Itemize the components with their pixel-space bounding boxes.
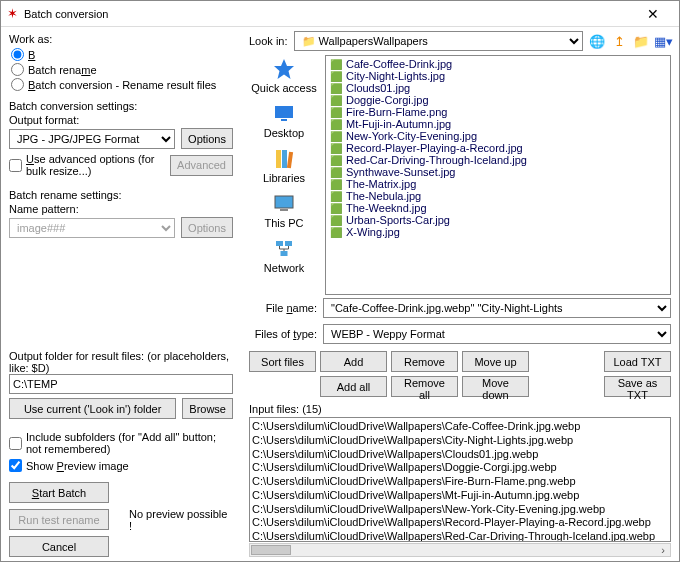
remove-button[interactable]: Remove <box>391 351 458 372</box>
svg-rect-8 <box>276 241 283 246</box>
horizontal-scrollbar[interactable]: ‹› <box>249 543 671 557</box>
close-icon[interactable]: ✕ <box>633 6 673 22</box>
file-name: X-Wing.jpg <box>346 226 400 238</box>
file-item[interactable]: 🟩Urban-Sports-Car.jpg <box>328 214 668 226</box>
image-file-icon: 🟩 <box>330 119 342 130</box>
file-name: Clouds01.jpg <box>346 82 410 94</box>
file-name: Urban-Sports-Car.jpg <box>346 214 450 226</box>
file-name: New-York-City-Evening.jpg <box>346 130 477 142</box>
input-file-path[interactable]: C:\Users\dilum\iCloudDrive\Wallpapers\Cl… <box>252 448 668 462</box>
cancel-button[interactable]: Cancel <box>9 536 109 557</box>
place-desktop[interactable]: Desktop <box>264 102 304 139</box>
file-name: City-Night-Lights.jpg <box>346 70 445 82</box>
input-file-path[interactable]: C:\Users\dilum\iCloudDrive\Wallpapers\Ca… <box>252 420 668 434</box>
run-test-button[interactable]: Run test rename <box>9 509 109 530</box>
bcs-options-button[interactable]: Options <box>181 128 233 149</box>
radio-batch-conv-rename[interactable] <box>11 78 24 91</box>
input-file-path[interactable]: C:\Users\dilum\iCloudDrive\Wallpapers\Fi… <box>252 475 668 489</box>
image-file-icon: 🟩 <box>330 143 342 154</box>
image-file-icon: 🟩 <box>330 107 342 118</box>
up-icon[interactable]: ↥ <box>611 33 627 49</box>
file-item[interactable]: 🟩The-Nebula.jpg <box>328 190 668 202</box>
place-this-pc[interactable]: This PC <box>264 192 303 229</box>
radio-label: Batch rename <box>28 64 97 76</box>
file-list[interactable]: 🟩Cafe-Coffee-Drink.jpg🟩City-Night-Lights… <box>325 55 671 295</box>
file-item[interactable]: 🟩Red-Car-Driving-Through-Iceland.jpg <box>328 154 668 166</box>
file-item[interactable]: 🟩The-Matrix.jpg <box>328 178 668 190</box>
lookin-select[interactable]: 📁 WallpapersWallpapers <box>294 31 583 51</box>
input-file-path[interactable]: C:\Users\dilum\iCloudDrive\Wallpapers\Ne… <box>252 503 668 517</box>
file-item[interactable]: 🟩Doggie-Corgi.jpg <box>328 94 668 106</box>
add-all-button[interactable]: Add all <box>320 376 387 397</box>
window-title: Batch conversion <box>24 8 633 20</box>
sort-files-button[interactable]: Sort files <box>249 351 316 372</box>
output-format-select[interactable]: JPG - JPG/JPEG Format <box>9 129 175 149</box>
file-name: Doggie-Corgi.jpg <box>346 94 429 106</box>
show-preview-check[interactable] <box>9 459 22 472</box>
file-item[interactable]: 🟩Clouds01.jpg <box>328 82 668 94</box>
input-file-path[interactable]: C:\Users\dilum\iCloudDrive\Wallpapers\Mt… <box>252 489 668 503</box>
browse-output-button[interactable]: Browse <box>182 398 233 419</box>
file-name: Synthwave-Sunset.jpg <box>346 166 455 178</box>
radio-batch-conversion[interactable] <box>11 48 24 61</box>
image-file-icon: 🟩 <box>330 203 342 214</box>
output-folder-label: Output folder for result files: (or plac… <box>9 350 233 374</box>
file-item[interactable]: 🟩City-Night-Lights.jpg <box>328 70 668 82</box>
place-network[interactable]: Network <box>264 237 304 274</box>
file-item[interactable]: 🟩Fire-Burn-Flame.png <box>328 106 668 118</box>
image-file-icon: 🟩 <box>330 167 342 178</box>
image-file-icon: 🟩 <box>330 191 342 202</box>
include-subfolders-check[interactable] <box>9 437 22 450</box>
use-current-folder-button[interactable]: Use current ('Look in') folder <box>9 398 176 419</box>
move-up-button[interactable]: Move up <box>462 351 529 372</box>
app-icon: ✶ <box>7 6 18 21</box>
save-txt-button[interactable]: Save as TXT <box>604 376 671 397</box>
file-name: Mt-Fuji-in-Autumn.jpg <box>346 118 451 130</box>
svg-rect-1 <box>275 106 293 118</box>
place-libraries[interactable]: Libraries <box>263 147 305 184</box>
image-file-icon: 🟩 <box>330 179 342 190</box>
view-menu-icon[interactable]: ▦▾ <box>655 33 671 49</box>
file-item[interactable]: 🟩Cafe-Coffee-Drink.jpg <box>328 58 668 70</box>
filetype-label: Files of type: <box>249 328 317 340</box>
svg-rect-10 <box>281 251 288 256</box>
output-format-label: Output format: <box>9 114 233 126</box>
move-down-button[interactable]: Move down <box>462 376 529 397</box>
adv-options-check[interactable] <box>9 159 22 172</box>
input-file-path[interactable]: C:\Users\dilum\iCloudDrive\Wallpapers\Ci… <box>252 434 668 448</box>
advanced-button[interactable]: Advanced <box>170 155 233 176</box>
svg-rect-7 <box>280 209 288 211</box>
include-subfolders-label: Include subfolders (for "Add all" button… <box>26 431 233 455</box>
lookin-label: Look in: <box>249 35 288 47</box>
file-item[interactable]: 🟩Mt-Fuji-in-Autumn.jpg <box>328 118 668 130</box>
radio-batch-rename[interactable] <box>11 63 24 76</box>
file-item[interactable]: 🟩Synthwave-Sunset.jpg <box>328 166 668 178</box>
add-button[interactable]: Add <box>320 351 387 372</box>
file-item[interactable]: 🟩New-York-City-Evening.jpg <box>328 130 668 142</box>
radio-label: Batch conversion - Rename result files <box>28 79 216 91</box>
input-files-list[interactable]: C:\Users\dilum\iCloudDrive\Wallpapers\Ca… <box>249 417 671 542</box>
load-txt-button[interactable]: Load TXT <box>604 351 671 372</box>
place-quick-access[interactable]: Quick access <box>251 57 316 94</box>
image-file-icon: 🟩 <box>330 155 342 166</box>
name-pattern-select[interactable]: image### <box>9 218 175 238</box>
brs-label: Batch rename settings: <box>9 189 233 201</box>
filetype-select[interactable]: WEBP - Weppy Format <box>323 324 671 344</box>
filename-label: File name: <box>249 302 317 314</box>
new-folder-icon[interactable]: 📁 <box>633 33 649 49</box>
back-icon[interactable]: 🌐 <box>589 33 605 49</box>
filename-input[interactable]: "Cafe-Coffee-Drink.jpg.webp" "City-Night… <box>323 298 671 318</box>
start-batch-button[interactable]: Start Batch <box>9 482 109 503</box>
output-folder-input[interactable] <box>9 374 233 394</box>
image-file-icon: 🟩 <box>330 227 342 238</box>
input-file-path[interactable]: C:\Users\dilum\iCloudDrive\Wallpapers\Re… <box>252 530 668 542</box>
file-item[interactable]: 🟩Record-Player-Playing-a-Record.jpg <box>328 142 668 154</box>
brs-options-button[interactable]: Options <box>181 217 233 238</box>
no-preview-text: No preview possible ! <box>129 508 233 532</box>
remove-all-button[interactable]: Remove all <box>391 376 458 397</box>
input-file-path[interactable]: C:\Users\dilum\iCloudDrive\Wallpapers\Do… <box>252 461 668 475</box>
file-item[interactable]: 🟩The-Weeknd.jpg <box>328 202 668 214</box>
input-file-path[interactable]: C:\Users\dilum\iCloudDrive\Wallpapers\Re… <box>252 516 668 530</box>
image-file-icon: 🟩 <box>330 71 342 82</box>
file-item[interactable]: 🟩X-Wing.jpg <box>328 226 668 238</box>
